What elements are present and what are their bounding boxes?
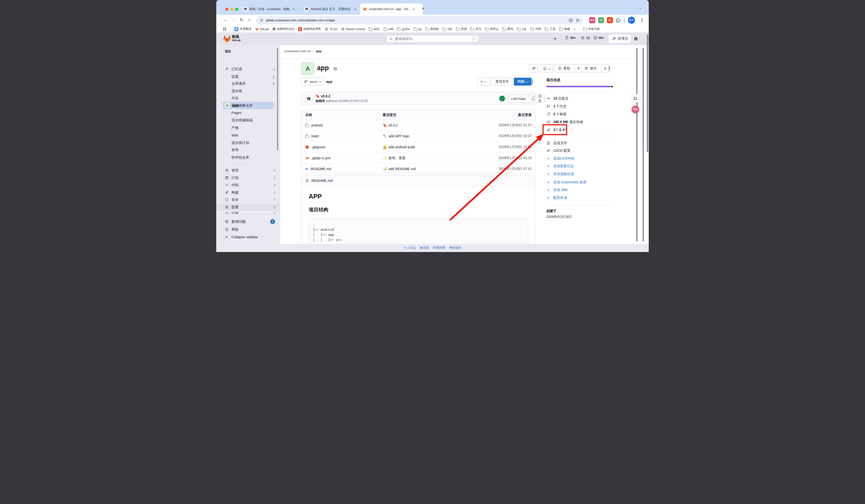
bookmark-folder-vm[interactable]: 虚拟机 <box>425 27 439 31</box>
col-name[interactable]: 名称 <box>305 113 312 117</box>
language-bar[interactable] <box>546 86 613 87</box>
branch-selector[interactable]: main <box>301 78 324 85</box>
commit-message[interactable]: add android build <box>388 145 415 149</box>
bookmark-folder-ky[interactable]: ky <box>414 27 422 31</box>
sidebar-section-build[interactable]: 构建 <box>216 189 280 196</box>
file-bar-more-icon[interactable] <box>532 81 533 82</box>
commit-author-avatar[interactable]: 伟 <box>305 95 313 103</box>
bookmark-folder-huawei[interactable]: 华为 <box>471 27 481 31</box>
table-row-gitignore[interactable]: .gitignore 👷add android build 2026年1月28日… <box>301 142 535 153</box>
install-app-icon[interactable] <box>568 18 573 23</box>
footer-link-bilibili[interactable]: 哔哩哔哩 <box>433 246 445 250</box>
table-row-gitlab-ci[interactable]: .gitlab-ci.yml ✨发布、更新 2026年1月30日 01:23 <box>301 153 535 164</box>
admin-area-button[interactable]: 管理员 <box>609 35 631 43</box>
bookmark-folder-tools[interactable]: 工具 <box>545 27 556 31</box>
admin-wrench-button[interactable] <box>529 65 538 72</box>
issues-counter[interactable]: 99+ <box>565 36 576 40</box>
bookmark-forum[interactable]: 伟徐晓伟的论坛 <box>273 27 295 31</box>
sidebar-item-help[interactable]: 帮助 <box>216 226 280 233</box>
sidebar-section-code[interactable]: 代码 <box>216 181 280 188</box>
bookmark-folder-g150s[interactable]: g150s <box>397 27 410 31</box>
sidebar-item-issues[interactable]: 议题1 <box>216 73 280 80</box>
sidebar-item-pinned[interactable]: 已钉选 <box>216 66 280 72</box>
tab-search-chevron-icon[interactable] <box>639 6 642 9</box>
bookmarks-overflow-icon[interactable]: » <box>574 27 576 31</box>
commit-message[interactable]: 发布、更新 <box>388 156 405 160</box>
forward-icon[interactable]: → <box>231 17 235 22</box>
bookmark-maven[interactable]: Maven Central <box>341 27 365 31</box>
jihu-gitlab-logo[interactable] <box>223 35 231 43</box>
sidebar-item-pages[interactable]: Pages <box>216 109 280 116</box>
commit-sha[interactable]: c94f598c <box>508 97 529 101</box>
add-contributing-link[interactable]: +添加贡献信息 <box>546 171 613 177</box>
extensions-puzzle-icon[interactable] <box>616 17 621 23</box>
add-wiki-link[interactable]: +添加 Wiki <box>546 187 613 194</box>
sidebar-section-deploy[interactable]: 部署 <box>216 204 280 211</box>
info-cicd-link[interactable]: CI/CD 配置 <box>546 147 613 154</box>
new-tab-button[interactable]: + <box>422 6 425 12</box>
sidebar-item-artifacts[interactable]: 产物 <box>216 124 280 131</box>
commit-message[interactable]: add APP logo <box>388 134 409 138</box>
todos-counter[interactable]: 99+ <box>593 36 604 40</box>
readme-header[interactable]: README.md <box>301 175 535 187</box>
browser-tab-2[interactable]: 伟 Android 项目 关于、开源协议 - × <box>302 3 364 15</box>
create-new-icon[interactable]: + <box>554 36 557 42</box>
commit-message[interactable]: v0.0.2 <box>388 123 398 127</box>
add-changelog-link[interactable]: +添加更新日志 <box>546 163 613 169</box>
table-row-readme[interactable]: M↓README.md 📝add README.md 2026年1月29日 07… <box>301 164 535 173</box>
bookmark-folder-video[interactable]: 视频 <box>559 27 570 31</box>
find-file-button[interactable]: 查找文件 <box>492 78 512 85</box>
browser-tab-1[interactable]: 伟 草稿 - 活动 - xuxiaowei - 徐晓… × <box>241 3 304 15</box>
apps-grid-icon[interactable] <box>223 27 227 31</box>
info-tags[interactable]: 2 个标签 <box>546 111 613 118</box>
extension-float-button[interactable] <box>631 94 640 103</box>
table-row-android[interactable]: android 🔖v0.0.2 2026年1月30日 01:57 <box>301 120 535 131</box>
back-icon[interactable]: ← <box>223 17 227 22</box>
bookmark-all-bookmarks[interactable]: 所有书签 <box>583 27 600 31</box>
info-commits[interactable]: 13 次提交 <box>546 95 613 102</box>
bookmark-folder-aliyun[interactable]: 阿里云 <box>485 27 499 31</box>
c-extension-icon[interactable]: C <box>607 17 613 23</box>
bookmark-star-icon[interactable] <box>575 18 580 23</box>
browser-scrollbar[interactable] <box>647 34 648 152</box>
footer-link-sponsor[interactable]: 赞助福利 <box>449 246 461 250</box>
info-releases[interactable]: 2个发布 <box>546 127 613 133</box>
sidebar-item-pipeline-editor[interactable]: 流水线编辑器 <box>216 117 280 124</box>
sidebar-item-merge-requests[interactable]: 合并请求0 <box>216 80 280 87</box>
info-readme-link[interactable]: 自述文件 <box>546 140 613 146</box>
sidebar-section-manage[interactable]: 管理 <box>216 167 280 174</box>
breadcrumb-project[interactable]: app <box>316 49 322 53</box>
add-file-button[interactable]: + <box>477 78 490 85</box>
translate-extension-icon[interactable]: 中A <box>589 17 595 23</box>
bookmark-folder-192[interactable]: 192 <box>442 27 452 31</box>
close-tab-icon[interactable]: × <box>293 7 295 11</box>
content-scrollbar[interactable] <box>636 48 637 242</box>
minimize-window-button[interactable] <box>230 8 233 11</box>
bookmark-folder-x99[interactable]: x99 <box>384 27 393 31</box>
col-last-update[interactable]: 最后更新 <box>518 113 532 117</box>
sidebar-item-jobs[interactable]: 作业 <box>216 95 280 102</box>
footer-link-forum[interactable]: 个人论坛 <box>404 246 416 250</box>
sidebar-section-secure[interactable]: 安全 <box>216 196 280 203</box>
add-kubernetes-link[interactable]: +添加 Kubernetes 集群 <box>546 179 613 186</box>
configure-integrations-link[interactable]: +配置集成 <box>546 195 613 201</box>
zoom-window-button[interactable] <box>235 8 238 11</box>
merge-requests-counter[interactable]: 12 <box>581 36 590 40</box>
commit-message[interactable]: add README.md <box>388 167 415 171</box>
close-window-button[interactable] <box>225 8 229 11</box>
sidebar-item-container-registry[interactable]: 容器镜像仓库 <box>216 102 280 109</box>
user-avatar[interactable]: 伟 <box>632 35 640 43</box>
global-search-input[interactable]: 搜索或转到... / <box>387 35 478 43</box>
bookmark-folder-res[interactable]: 资源 <box>456 27 467 31</box>
readme-filename[interactable]: README.md <box>311 179 333 183</box>
info-storage[interactable]: 286.6 MB 项目存储 <box>546 119 613 126</box>
bookmark-folder-jjk[interactable]: JJK <box>517 27 527 31</box>
profile-avatar[interactable]: 晓伟 <box>628 17 635 24</box>
bookmark-gitlab[interactable]: GitLab <box>255 27 269 31</box>
sidebar-scrollbar[interactable] <box>277 48 278 151</box>
adguard-extension-icon[interactable] <box>598 17 604 23</box>
history-button[interactable]: 历史 <box>535 95 545 103</box>
url-text[interactable]: gitlab.xuxiaowei.com.cn/xuxiaowei-com-cn… <box>266 19 566 22</box>
bookmark-blog[interactable]: C徐晓伟的博客 <box>298 27 321 31</box>
address-bar[interactable]: gitlab.xuxiaowei.com.cn/xuxiaowei-com-cn… <box>256 16 583 24</box>
